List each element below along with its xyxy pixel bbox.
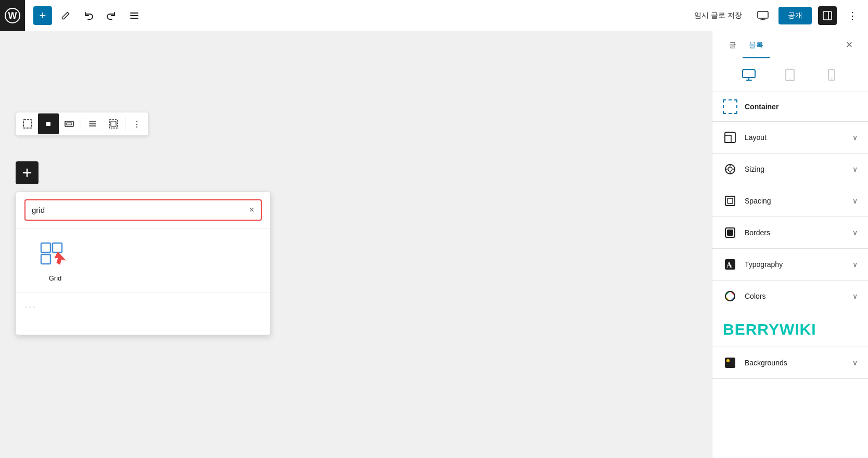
sizing-icon <box>723 162 737 176</box>
sidebar-close-button[interactable]: × <box>841 36 858 53</box>
borders-section: Borders ∨ <box>712 217 868 249</box>
svg-rect-23 <box>53 243 62 252</box>
block-select-button[interactable] <box>17 113 38 134</box>
toolbar-separator-2 <box>125 118 125 130</box>
svg-rect-18 <box>109 120 118 128</box>
block-search-popup: × <box>16 192 271 335</box>
add-icon <box>22 168 32 178</box>
list-view-button[interactable] <box>125 6 144 25</box>
svg-rect-22 <box>41 243 50 252</box>
settings-panel-button[interactable] <box>818 6 837 25</box>
clear-icon: × <box>249 205 254 215</box>
toolbar-right: 임시 글로 저장 공개 ⋮ <box>689 6 862 25</box>
search-input-inner: × <box>24 199 262 221</box>
svg-text:W: W <box>8 10 17 21</box>
desktop-device-button[interactable] <box>738 66 759 84</box>
editor-area[interactable]: ⋮ × <box>0 31 712 458</box>
typography-label: Typography <box>745 260 845 269</box>
grid-block-label: Grid <box>49 274 62 282</box>
svg-rect-24 <box>41 255 50 264</box>
berrywiki-brand-text: BERRYWIKI <box>723 321 816 338</box>
svg-rect-44 <box>727 230 733 236</box>
borders-chevron: ∨ <box>852 228 858 237</box>
backgrounds-label: Backgrounds <box>745 359 845 367</box>
sizing-section-header[interactable]: Sizing ∨ <box>712 154 868 185</box>
svg-marker-25 <box>55 252 66 264</box>
publish-button[interactable]: 공개 <box>778 7 812 24</box>
pencil-button[interactable] <box>56 6 75 25</box>
typography-icon: Aa <box>723 257 737 272</box>
grid-block-icon <box>37 239 73 270</box>
colors-label: Colors <box>745 292 845 300</box>
search-input[interactable] <box>32 206 245 214</box>
spacing-label: Spacing <box>745 197 845 205</box>
backgrounds-section-header[interactable]: Backgrounds ∨ <box>712 347 868 378</box>
spacing-section-header[interactable]: Spacing ∨ <box>712 185 868 217</box>
backgrounds-icon <box>723 355 737 370</box>
wp-logo-icon: W <box>4 7 21 24</box>
backgrounds-section: Backgrounds ∨ <box>712 347 868 379</box>
main-area: ⋮ × <box>0 31 868 458</box>
sidebar-tabs: 글 블록 × <box>712 31 868 58</box>
svg-point-30 <box>789 79 790 80</box>
desktop-preview-button[interactable] <box>754 6 772 25</box>
top-toolbar: W + 임시 글로 저장 공개 ⋮ <box>0 0 868 31</box>
block-more-button[interactable]: ⋮ <box>126 113 147 134</box>
tab-block[interactable]: 블록 <box>743 31 770 58</box>
search-results: Grid <box>16 228 270 292</box>
redo-button[interactable] <box>102 6 121 25</box>
typography-section-header[interactable]: Aa Typography ∨ <box>712 249 868 280</box>
svg-point-49 <box>725 291 735 301</box>
wp-logo: W <box>0 0 25 31</box>
svg-point-32 <box>831 78 832 79</box>
berrywiki-brand-area: BERRYWIKI <box>712 312 868 347</box>
container-section: Container <box>712 92 868 122</box>
pencil-icon <box>61 11 70 20</box>
ellipsis-icon: ··· <box>24 301 37 312</box>
block-wrap-button[interactable] <box>103 113 124 134</box>
add-block-button[interactable] <box>16 161 39 184</box>
right-sidebar: 글 블록 × Container <box>712 31 868 458</box>
tab-post[interactable]: 글 <box>723 31 743 58</box>
borders-label: Borders <box>745 228 845 237</box>
svg-rect-41 <box>725 196 735 206</box>
outer-block-icon <box>64 119 74 129</box>
backgrounds-chevron: ∨ <box>852 359 858 367</box>
mobile-icon <box>828 69 835 81</box>
tablet-icon <box>785 69 795 81</box>
colors-section: Colors ∨ <box>712 281 868 312</box>
search-extra-area: ··· <box>16 293 270 335</box>
panel-icon <box>823 11 832 20</box>
sizing-section: Sizing ∨ <box>712 154 868 185</box>
block-inner-button[interactable] <box>38 113 59 134</box>
redo-icon <box>106 10 117 21</box>
undo-icon <box>83 10 94 21</box>
more-options-button[interactable]: ⋮ <box>843 6 862 25</box>
borders-icon <box>723 225 737 240</box>
save-draft-button[interactable]: 임시 글로 저장 <box>689 8 747 23</box>
tablet-device-button[interactable] <box>780 66 800 84</box>
svg-rect-8 <box>823 11 832 20</box>
svg-rect-19 <box>111 121 116 126</box>
colors-section-header[interactable]: Colors ∨ <box>712 281 868 312</box>
block-outer-button[interactable] <box>59 113 80 134</box>
svg-text:a: a <box>730 263 733 269</box>
layout-section-header[interactable]: Layout ∨ <box>712 122 868 153</box>
grid-block-item[interactable]: Grid <box>32 239 79 282</box>
container-dashed-icon <box>723 99 737 114</box>
layout-section: Layout ∨ <box>712 122 868 154</box>
add-block-toolbar-button[interactable]: + <box>33 6 52 25</box>
block-align-button[interactable] <box>82 113 103 134</box>
svg-rect-5 <box>758 11 768 18</box>
mobile-device-button[interactable] <box>821 66 842 84</box>
svg-rect-50 <box>725 358 735 368</box>
undo-button[interactable] <box>79 6 98 25</box>
svg-point-36 <box>728 167 732 171</box>
search-clear-button[interactable]: × <box>249 205 254 215</box>
wrap-icon <box>108 119 119 129</box>
spacing-icon <box>723 194 737 208</box>
typography-chevron: ∨ <box>852 260 858 269</box>
sizing-chevron: ∨ <box>852 165 858 173</box>
typography-section: Aa Typography ∨ <box>712 249 868 281</box>
borders-section-header[interactable]: Borders ∨ <box>712 217 868 248</box>
